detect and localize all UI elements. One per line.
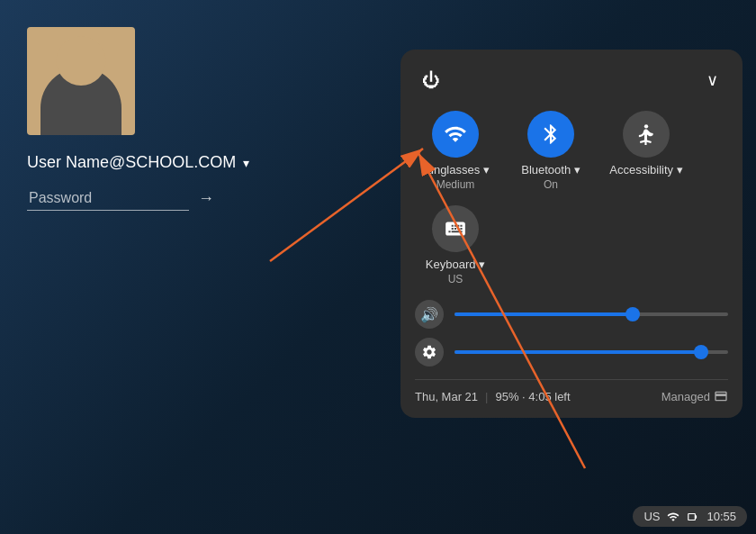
panel-footer: Thu, Mar 21 | 95% · 4:05 left Managed: [415, 379, 728, 403]
bluetooth-sublabel: On: [544, 178, 558, 191]
user-dropdown-button[interactable]: ▾: [243, 156, 249, 170]
wifi-label: sunglasses ▾: [421, 163, 490, 176]
keyboard-label: Keyboard ▾: [426, 258, 485, 271]
wifi-sublabel: Medium: [436, 178, 475, 191]
tray-locale: US: [644, 510, 660, 523]
system-tray[interactable]: US 10:55: [633, 506, 747, 527]
keyboard-sublabel: US: [448, 273, 464, 285]
volume-slider-row: 🔊: [415, 300, 728, 329]
keyboard-toggle[interactable]: Keyboard ▾ US: [415, 205, 496, 285]
quick-settings-panel: ⏻ ∨ sunglasses ▾ Medium Bluetooth ▾ On: [400, 50, 742, 418]
login-area: User Name@SCHOOL.COM ▾ →: [27, 27, 249, 211]
bluetooth-icon: [527, 111, 574, 158]
battery-label: 95% · 4:05 left: [495, 390, 570, 403]
brightness-slider-row: [415, 338, 728, 367]
accessibility-icon: [623, 111, 670, 158]
footer-left: Thu, Mar 21 | 95% · 4:05 left: [415, 390, 571, 403]
svg-point-0: [644, 124, 648, 128]
bluetooth-label: Bluetooth ▾: [521, 163, 580, 176]
volume-icon: 🔊: [415, 300, 444, 329]
submit-button[interactable]: →: [198, 189, 214, 208]
volume-slider[interactable]: [454, 312, 728, 316]
tray-battery-icon: [687, 511, 699, 523]
volume-thumb: [626, 307, 640, 321]
wifi-toggle[interactable]: sunglasses ▾ Medium: [415, 111, 496, 191]
keyboard-icon: [432, 205, 479, 252]
avatar-head: [57, 36, 106, 86]
brightness-slider[interactable]: [454, 350, 728, 354]
volume-fill: [454, 312, 633, 316]
bluetooth-toggle[interactable]: Bluetooth ▾ On: [510, 111, 591, 191]
managed-icon: [714, 389, 728, 403]
brightness-thumb: [694, 345, 708, 359]
user-info: User Name@SCHOOL.COM ▾: [27, 153, 249, 172]
toggles-grid: sunglasses ▾ Medium Bluetooth ▾ On Acces…: [415, 111, 728, 285]
username-label: User Name@SCHOOL.COM: [27, 153, 236, 172]
panel-header: ⏻ ∨: [415, 64, 728, 96]
wifi-icon: [432, 111, 479, 158]
brightness-icon: [415, 338, 444, 367]
tray-time: 10:55: [706, 510, 736, 523]
collapse-button[interactable]: ∨: [696, 64, 728, 96]
locale-label: US: [644, 510, 660, 523]
password-row: →: [27, 186, 249, 211]
managed-badge: Managed: [662, 389, 728, 403]
avatar-body: [40, 68, 122, 135]
accessibility-label: Accessibility ▾: [609, 163, 682, 176]
sliders-section: 🔊: [415, 300, 728, 367]
power-button[interactable]: ⏻: [415, 64, 447, 96]
tray-wifi-icon: [667, 511, 680, 523]
password-input[interactable]: [27, 186, 189, 211]
avatar: [27, 27, 135, 135]
brightness-fill: [454, 350, 701, 354]
accessibility-toggle[interactable]: Accessibility ▾: [606, 111, 687, 191]
date-label: Thu, Mar 21: [415, 390, 478, 403]
managed-label: Managed: [662, 390, 710, 403]
